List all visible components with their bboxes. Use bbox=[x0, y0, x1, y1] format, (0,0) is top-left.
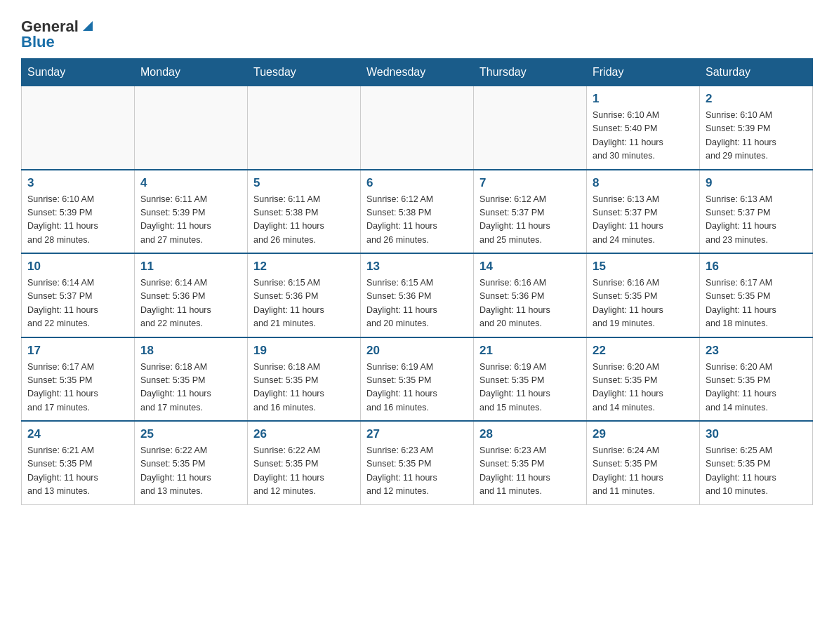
day-info: Sunrise: 6:22 AM Sunset: 5:35 PM Dayligh… bbox=[253, 444, 355, 499]
day-info: Sunrise: 6:13 AM Sunset: 5:37 PM Dayligh… bbox=[706, 193, 807, 248]
day-info: Sunrise: 6:20 AM Sunset: 5:35 PM Dayligh… bbox=[706, 361, 807, 415]
day-info: Sunrise: 6:16 AM Sunset: 5:35 PM Dayligh… bbox=[593, 276, 694, 331]
weekday-header-friday: Friday bbox=[587, 59, 700, 86]
weekday-header-tuesday: Tuesday bbox=[248, 59, 361, 86]
day-info: Sunrise: 6:21 AM Sunset: 5:35 PM Dayligh… bbox=[27, 444, 128, 499]
calendar-cell: 27Sunrise: 6:23 AM Sunset: 5:35 PM Dayli… bbox=[361, 421, 474, 504]
calendar-cell: 19Sunrise: 6:18 AM Sunset: 5:35 PM Dayli… bbox=[248, 337, 361, 422]
weekday-header-thursday: Thursday bbox=[474, 59, 587, 86]
calendar-cell: 24Sunrise: 6:21 AM Sunset: 5:35 PM Dayli… bbox=[22, 421, 135, 504]
day-number: 22 bbox=[593, 344, 694, 358]
weekday-header-sunday: Sunday bbox=[22, 59, 135, 86]
calendar-cell: 14Sunrise: 6:16 AM Sunset: 5:36 PM Dayli… bbox=[474, 253, 587, 337]
calendar-cell: 5Sunrise: 6:11 AM Sunset: 5:38 PM Daylig… bbox=[248, 170, 361, 254]
day-number: 8 bbox=[593, 176, 694, 190]
day-info: Sunrise: 6:14 AM Sunset: 5:36 PM Dayligh… bbox=[140, 276, 241, 331]
calendar-cell: 9Sunrise: 6:13 AM Sunset: 5:37 PM Daylig… bbox=[700, 170, 813, 254]
calendar-cell: 21Sunrise: 6:19 AM Sunset: 5:35 PM Dayli… bbox=[474, 337, 587, 422]
calendar-cell bbox=[474, 86, 587, 170]
day-info: Sunrise: 6:16 AM Sunset: 5:36 PM Dayligh… bbox=[479, 276, 581, 331]
calendar-cell: 12Sunrise: 6:15 AM Sunset: 5:36 PM Dayli… bbox=[248, 253, 361, 337]
page-header: General Blue bbox=[21, 14, 813, 51]
day-number: 16 bbox=[706, 260, 807, 274]
weekday-header-monday: Monday bbox=[135, 59, 248, 86]
day-number: 13 bbox=[366, 260, 468, 274]
day-number: 29 bbox=[593, 427, 694, 441]
calendar-cell: 4Sunrise: 6:11 AM Sunset: 5:39 PM Daylig… bbox=[135, 170, 248, 254]
calendar-cell: 1Sunrise: 6:10 AM Sunset: 5:40 PM Daylig… bbox=[587, 86, 700, 170]
day-number: 12 bbox=[253, 260, 355, 274]
calendar-cell: 17Sunrise: 6:17 AM Sunset: 5:35 PM Dayli… bbox=[22, 337, 135, 422]
day-number: 4 bbox=[140, 176, 241, 190]
day-number: 1 bbox=[593, 92, 694, 106]
day-number: 10 bbox=[27, 260, 128, 274]
day-info: Sunrise: 6:11 AM Sunset: 5:38 PM Dayligh… bbox=[253, 193, 355, 248]
day-number: 30 bbox=[706, 427, 807, 441]
calendar-cell: 11Sunrise: 6:14 AM Sunset: 5:36 PM Dayli… bbox=[135, 253, 248, 337]
day-number: 28 bbox=[479, 427, 581, 441]
calendar-cell: 6Sunrise: 6:12 AM Sunset: 5:38 PM Daylig… bbox=[361, 170, 474, 254]
day-number: 11 bbox=[140, 260, 241, 274]
calendar-cell: 28Sunrise: 6:23 AM Sunset: 5:35 PM Dayli… bbox=[474, 421, 587, 504]
calendar-cell: 8Sunrise: 6:13 AM Sunset: 5:37 PM Daylig… bbox=[587, 170, 700, 254]
day-number: 24 bbox=[27, 427, 128, 441]
day-number: 25 bbox=[140, 427, 241, 441]
day-info: Sunrise: 6:24 AM Sunset: 5:35 PM Dayligh… bbox=[593, 444, 694, 499]
calendar-cell bbox=[22, 86, 135, 170]
calendar-week-row: 1Sunrise: 6:10 AM Sunset: 5:40 PM Daylig… bbox=[22, 86, 813, 170]
weekday-header-wednesday: Wednesday bbox=[361, 59, 474, 86]
day-info: Sunrise: 6:13 AM Sunset: 5:37 PM Dayligh… bbox=[593, 193, 694, 248]
logo: General Blue bbox=[21, 14, 95, 51]
day-number: 17 bbox=[27, 344, 128, 358]
day-info: Sunrise: 6:18 AM Sunset: 5:35 PM Dayligh… bbox=[253, 361, 355, 415]
calendar-cell: 18Sunrise: 6:18 AM Sunset: 5:35 PM Dayli… bbox=[135, 337, 248, 422]
day-info: Sunrise: 6:22 AM Sunset: 5:35 PM Dayligh… bbox=[140, 444, 241, 499]
day-info: Sunrise: 6:18 AM Sunset: 5:35 PM Dayligh… bbox=[140, 361, 241, 415]
day-number: 26 bbox=[253, 427, 355, 441]
day-number: 14 bbox=[479, 260, 581, 274]
calendar-table: SundayMondayTuesdayWednesdayThursdayFrid… bbox=[21, 58, 813, 505]
calendar-cell: 7Sunrise: 6:12 AM Sunset: 5:37 PM Daylig… bbox=[474, 170, 587, 254]
day-number: 7 bbox=[479, 176, 581, 190]
calendar-cell: 22Sunrise: 6:20 AM Sunset: 5:35 PM Dayli… bbox=[587, 337, 700, 422]
day-info: Sunrise: 6:11 AM Sunset: 5:39 PM Dayligh… bbox=[140, 193, 241, 248]
day-number: 27 bbox=[366, 427, 468, 441]
calendar-cell bbox=[135, 86, 248, 170]
calendar-cell: 2Sunrise: 6:10 AM Sunset: 5:39 PM Daylig… bbox=[700, 86, 813, 170]
day-info: Sunrise: 6:10 AM Sunset: 5:40 PM Dayligh… bbox=[593, 109, 694, 163]
weekday-header-saturday: Saturday bbox=[700, 59, 813, 86]
day-info: Sunrise: 6:23 AM Sunset: 5:35 PM Dayligh… bbox=[366, 444, 468, 499]
svg-marker-0 bbox=[83, 21, 93, 31]
day-info: Sunrise: 6:15 AM Sunset: 5:36 PM Dayligh… bbox=[366, 276, 468, 331]
day-number: 21 bbox=[479, 344, 581, 358]
day-info: Sunrise: 6:10 AM Sunset: 5:39 PM Dayligh… bbox=[27, 193, 128, 248]
day-number: 19 bbox=[253, 344, 355, 358]
day-info: Sunrise: 6:19 AM Sunset: 5:35 PM Dayligh… bbox=[366, 361, 468, 415]
calendar-cell: 30Sunrise: 6:25 AM Sunset: 5:35 PM Dayli… bbox=[700, 421, 813, 504]
calendar-week-row: 17Sunrise: 6:17 AM Sunset: 5:35 PM Dayli… bbox=[22, 337, 813, 422]
day-info: Sunrise: 6:19 AM Sunset: 5:35 PM Dayligh… bbox=[479, 361, 581, 415]
day-info: Sunrise: 6:14 AM Sunset: 5:37 PM Dayligh… bbox=[27, 276, 128, 331]
day-info: Sunrise: 6:10 AM Sunset: 5:39 PM Dayligh… bbox=[706, 109, 807, 163]
weekday-header-row: SundayMondayTuesdayWednesdayThursdayFrid… bbox=[22, 59, 813, 86]
calendar-week-row: 10Sunrise: 6:14 AM Sunset: 5:37 PM Dayli… bbox=[22, 253, 813, 337]
calendar-cell: 25Sunrise: 6:22 AM Sunset: 5:35 PM Dayli… bbox=[135, 421, 248, 504]
day-info: Sunrise: 6:25 AM Sunset: 5:35 PM Dayligh… bbox=[706, 444, 807, 499]
day-info: Sunrise: 6:12 AM Sunset: 5:38 PM Dayligh… bbox=[366, 193, 468, 248]
day-info: Sunrise: 6:17 AM Sunset: 5:35 PM Dayligh… bbox=[27, 361, 128, 415]
day-number: 23 bbox=[706, 344, 807, 358]
logo-triangle-icon bbox=[80, 18, 95, 34]
calendar-cell: 29Sunrise: 6:24 AM Sunset: 5:35 PM Dayli… bbox=[587, 421, 700, 504]
day-info: Sunrise: 6:15 AM Sunset: 5:36 PM Dayligh… bbox=[253, 276, 355, 331]
day-number: 5 bbox=[253, 176, 355, 190]
calendar-week-row: 3Sunrise: 6:10 AM Sunset: 5:39 PM Daylig… bbox=[22, 170, 813, 254]
calendar-cell: 15Sunrise: 6:16 AM Sunset: 5:35 PM Dayli… bbox=[587, 253, 700, 337]
day-number: 18 bbox=[140, 344, 241, 358]
day-number: 6 bbox=[366, 176, 468, 190]
day-info: Sunrise: 6:20 AM Sunset: 5:35 PM Dayligh… bbox=[593, 361, 694, 415]
calendar-week-row: 24Sunrise: 6:21 AM Sunset: 5:35 PM Dayli… bbox=[22, 421, 813, 504]
day-number: 15 bbox=[593, 260, 694, 274]
calendar-cell bbox=[248, 86, 361, 170]
calendar-cell: 10Sunrise: 6:14 AM Sunset: 5:37 PM Dayli… bbox=[22, 253, 135, 337]
day-number: 20 bbox=[366, 344, 468, 358]
